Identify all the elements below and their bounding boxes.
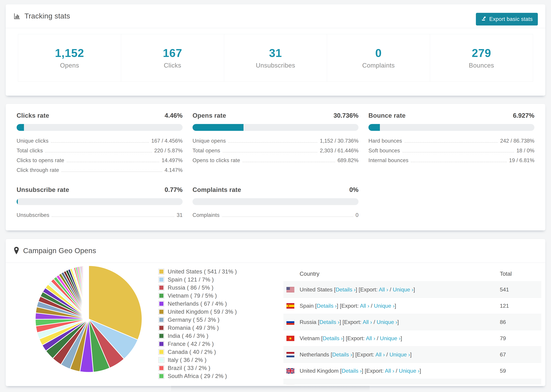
export-basic-stats-button[interactable]: Export basic stats bbox=[476, 13, 538, 26]
rate-row-value: 167 / 4.456% bbox=[151, 138, 183, 144]
rate-row-label: Opens to clicks rate bbox=[192, 157, 240, 163]
legend-item: Romania ( 49 / 3% ) bbox=[158, 325, 237, 331]
rate-detail-row: Clicks to opens rate 14.497% bbox=[17, 155, 183, 165]
country-flag-icon bbox=[286, 368, 294, 373]
export-all-link[interactable]: All › bbox=[375, 351, 385, 358]
progress-bar bbox=[17, 124, 183, 131]
geo-country-table[interactable]: Country Total United States [Details ›] … bbox=[283, 266, 541, 385]
table-row: Germany [Details ›] [Export: All › / Uni… bbox=[283, 379, 541, 385]
rate-panel: Unsubscribe rate 0.77% Unsubscribes 31 bbox=[17, 186, 183, 220]
details-link[interactable]: Details › bbox=[323, 335, 343, 341]
export-all-link[interactable]: All › bbox=[368, 384, 378, 385]
export-all-link[interactable]: All › bbox=[379, 287, 388, 293]
rate-detail-row: Unique clicks 167 / 4.456% bbox=[17, 136, 183, 146]
legend-label: Brazil ( 33 / 2% ) bbox=[168, 365, 210, 371]
country-total: 59 bbox=[500, 363, 506, 379]
dotted-leader bbox=[223, 152, 318, 152]
rate-row-label: Total opens bbox=[192, 147, 220, 154]
legend-swatch bbox=[158, 325, 164, 331]
geo-content: United States ( 541 / 31% ) Spain ( 121 … bbox=[6, 263, 545, 386]
legend-item: Germany ( 55 / 3% ) bbox=[158, 317, 237, 323]
pie-legend: United States ( 541 / 31% ) Spain ( 121 … bbox=[158, 268, 237, 381]
rate-row-label: Total clicks bbox=[17, 147, 43, 154]
legend-swatch bbox=[158, 365, 164, 371]
rates-card: Clicks rate 4.46% Unique clicks 167 / 4.… bbox=[6, 104, 545, 231]
progress-bar-fill bbox=[17, 198, 18, 205]
summary-stats-row: 1,152 Opens 167 Clicks 31 Unsubscribes 0… bbox=[18, 34, 533, 82]
details-link[interactable]: Details › bbox=[317, 303, 337, 309]
stat-value: 0 bbox=[375, 47, 382, 60]
tracking-stats-title: Tracking stats bbox=[14, 12, 70, 20]
export-unique-link[interactable]: Unique › bbox=[377, 319, 397, 325]
rate-detail-row: Hard bounces 242 / 86.738% bbox=[368, 136, 534, 146]
legend-label: Romania ( 49 / 3% ) bbox=[168, 325, 219, 331]
export-all-link[interactable]: All › bbox=[363, 319, 372, 325]
stat-value: 1,152 bbox=[55, 47, 84, 60]
rate-value: 0% bbox=[349, 186, 359, 193]
export-all-link[interactable]: All › bbox=[385, 368, 394, 374]
country-name: Russia bbox=[300, 319, 316, 325]
legend-label: India ( 46 / 3% ) bbox=[168, 333, 208, 339]
legend-item: France ( 42 / 2% ) bbox=[158, 341, 237, 347]
legend-item: United States ( 541 / 31% ) bbox=[158, 268, 237, 275]
export-unique-link[interactable]: Unique › bbox=[374, 303, 395, 309]
legend-swatch bbox=[158, 285, 164, 291]
details-link[interactable]: Details › bbox=[336, 287, 356, 293]
export-all-link[interactable]: All › bbox=[360, 303, 369, 309]
rate-row-label: Unique clicks bbox=[17, 138, 49, 144]
details-link[interactable]: Details › bbox=[319, 319, 339, 325]
rate-row-value: 2,303 / 61.446% bbox=[320, 147, 359, 154]
details-link[interactable]: Details › bbox=[342, 368, 361, 374]
stat-label: Opens bbox=[60, 62, 79, 69]
details-link[interactable]: Details › bbox=[332, 351, 352, 358]
stat-value: 31 bbox=[269, 47, 282, 60]
legend-swatch bbox=[158, 357, 164, 363]
legend-swatch bbox=[158, 301, 164, 307]
country-flag-icon bbox=[286, 336, 294, 341]
geo-opens-pie-chart bbox=[34, 264, 143, 374]
stat-label: Unsubscribes bbox=[256, 62, 295, 69]
rate-row-label: Complaints bbox=[192, 212, 219, 218]
country-name: United States bbox=[300, 287, 332, 293]
legend-swatch bbox=[158, 269, 164, 274]
legend-label: France ( 42 / 2% ) bbox=[168, 341, 214, 347]
details-link[interactable]: Details › bbox=[325, 384, 345, 385]
export-unique-link[interactable]: Unique › bbox=[389, 351, 410, 358]
export-unique-link[interactable]: Unique › bbox=[380, 335, 401, 341]
rate-row-value: 242 / 86.738% bbox=[500, 138, 534, 144]
table-row: Vietnam [Details ›] [Export: All › / Uni… bbox=[283, 330, 541, 346]
country-total: 55 bbox=[500, 379, 506, 385]
summary-stat-box: 1,152 Opens bbox=[18, 34, 121, 81]
rate-title: Unsubscribe rate bbox=[17, 186, 69, 193]
rate-row-value: 689.82% bbox=[338, 157, 359, 163]
table-row: United States [Details ›] [Export: All ›… bbox=[283, 281, 541, 298]
legend-swatch bbox=[158, 333, 164, 339]
column-header-country: Country bbox=[300, 266, 319, 281]
dotted-leader bbox=[228, 142, 318, 143]
country-name: United Kingdom bbox=[300, 368, 339, 374]
dotted-leader bbox=[51, 142, 149, 143]
legend-label: Netherlands ( 67 / 4% ) bbox=[168, 301, 227, 307]
rate-row-value: 18 / 0% bbox=[516, 147, 534, 154]
rate-row-label: Hard bounces bbox=[368, 138, 402, 144]
export-unique-link[interactable]: Unique › bbox=[393, 287, 413, 293]
dotted-leader bbox=[67, 162, 159, 162]
country-total: 67 bbox=[500, 347, 506, 363]
rate-detail-row: Soft bounces 18 / 0% bbox=[368, 146, 534, 155]
export-unique-link[interactable]: Unique › bbox=[382, 384, 403, 385]
rate-detail-row: Unique opens 1,152 / 30.736% bbox=[192, 136, 359, 146]
table-body: United States [Details ›] [Export: All ›… bbox=[283, 281, 541, 385]
legend-swatch bbox=[158, 373, 164, 379]
section-title: Campaign Geo Opens bbox=[23, 247, 96, 255]
legend-swatch bbox=[158, 309, 164, 315]
country-total: 121 bbox=[500, 298, 509, 314]
rate-value: 6.927% bbox=[513, 112, 535, 119]
export-unique-link[interactable]: Unique › bbox=[399, 368, 420, 374]
legend-label: Italy ( 36 / 2% ) bbox=[168, 357, 206, 363]
tracking-stats-header: Tracking stats Export basic stats bbox=[6, 4, 545, 28]
progress-bar-fill bbox=[192, 124, 243, 131]
progress-bar bbox=[192, 124, 359, 131]
dotted-leader bbox=[411, 162, 507, 162]
export-all-link[interactable]: All › bbox=[366, 335, 375, 341]
rate-detail-row: Click through rate 4.147% bbox=[17, 165, 183, 175]
